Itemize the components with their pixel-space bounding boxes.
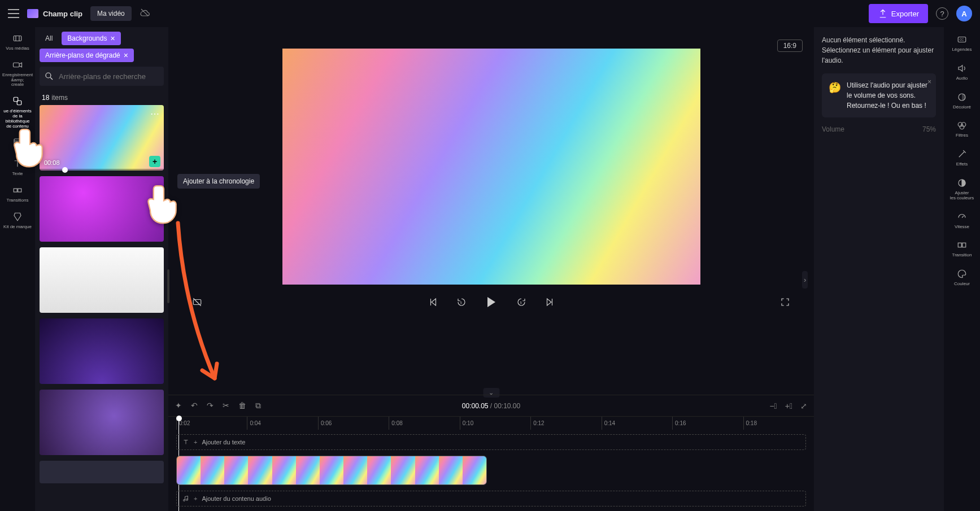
fade-icon xyxy=(956,91,968,103)
hide-preview-icon[interactable] xyxy=(191,296,203,308)
effects-icon xyxy=(956,149,968,160)
ruler-mark: 0:10 xyxy=(460,417,530,430)
preview-scrubber[interactable] xyxy=(62,167,68,173)
media-item-violet[interactable] xyxy=(40,390,164,455)
ruler-mark: 0:02 xyxy=(176,417,247,430)
zoom-out-icon[interactable]: −⃝ xyxy=(769,401,777,410)
rail-color[interactable]: Couleur xyxy=(944,264,979,291)
svg-rect-0 xyxy=(14,36,21,41)
search-input[interactable] xyxy=(59,72,159,81)
video-title-button[interactable]: Ma vidéo xyxy=(90,6,132,21)
chip-all[interactable]: All xyxy=(40,32,58,45)
app-logo[interactable]: Champ clip xyxy=(27,9,82,18)
search-input-wrapper[interactable] xyxy=(40,67,164,86)
preview-canvas[interactable] xyxy=(282,49,700,285)
aspect-ratio-button[interactable]: 16:9 xyxy=(777,40,803,52)
filters-icon xyxy=(956,120,968,131)
rail-speed[interactable]: Vitesse xyxy=(944,207,979,234)
speed-icon xyxy=(956,211,968,222)
ruler-mark: 0:16 xyxy=(672,417,743,430)
svg-rect-6 xyxy=(18,189,21,192)
palette-icon xyxy=(956,268,968,279)
rail-captions[interactable]: CCLégendes xyxy=(944,29,979,57)
speaker-icon xyxy=(956,63,968,74)
chip-gradient-backgrounds[interactable]: Arrière-plans de dégradé × xyxy=(40,49,134,62)
ruler-mark: 0:04 xyxy=(247,417,317,430)
fullscreen-icon[interactable] xyxy=(779,296,791,308)
media-item[interactable] xyxy=(40,461,164,483)
zoom-in-icon[interactable]: +⃝ xyxy=(785,401,792,410)
ruler-mark: 0:18 xyxy=(743,417,814,430)
fit-icon[interactable]: ⤢ xyxy=(800,401,807,410)
more-icon[interactable]: ⋯ xyxy=(150,108,159,119)
media-item-gradient-pastel[interactable]: ⋯ 00:08 + xyxy=(40,105,164,171)
rewind-icon[interactable]: 5 xyxy=(455,296,468,308)
magic-tool-icon[interactable]: ✦ xyxy=(175,401,182,410)
volume-row: Volume 75% xyxy=(822,125,936,133)
cloud-sync-icon[interactable] xyxy=(140,7,150,20)
rail-filters[interactable]: Filtres xyxy=(944,115,979,143)
rail-adjust-colors[interactable]: Ajuster les couleurs xyxy=(944,173,979,206)
close-icon[interactable]: × xyxy=(927,77,931,87)
svg-rect-1 xyxy=(14,63,20,67)
forward-icon[interactable]: 5 xyxy=(515,296,528,308)
help-icon[interactable]: ? xyxy=(936,7,948,20)
add-to-timeline-button[interactable]: + xyxy=(149,156,160,167)
contrast-icon xyxy=(956,177,968,189)
audio-track-dropzone[interactable]: + Ajouter du contenu audio xyxy=(176,491,806,506)
svg-text:5: 5 xyxy=(460,301,461,304)
nav-transitions[interactable]: Transitions xyxy=(1,181,34,207)
delete-icon[interactable]: 🗑 xyxy=(238,401,246,410)
close-icon[interactable]: × xyxy=(110,34,115,43)
export-button[interactable]: Exporter xyxy=(869,4,928,23)
play-button[interactable] xyxy=(484,296,499,308)
app-header: Champ clip Ma vidéo Exporter ? A xyxy=(0,0,980,27)
ruler-mark: 0:08 xyxy=(389,417,459,430)
library-icon xyxy=(12,95,23,107)
nav-your-media[interactable]: Vos médias xyxy=(1,29,34,55)
svg-point-7 xyxy=(46,73,51,78)
transition-icon xyxy=(956,239,968,251)
cc-icon: CC xyxy=(956,34,968,45)
ruler-mark: 0:14 xyxy=(602,417,672,430)
svg-text:5: 5 xyxy=(520,301,521,304)
brand-kit-icon xyxy=(12,211,23,222)
skip-end-icon[interactable] xyxy=(543,296,556,308)
app-name: Champ clip xyxy=(43,10,82,18)
rail-fade[interactable]: Décoloré xyxy=(944,87,979,115)
duplicate-icon[interactable]: ⧉ xyxy=(255,401,261,410)
skip-start-icon[interactable] xyxy=(427,296,439,308)
ruler-mark: 0:12 xyxy=(530,417,601,430)
annotation-hand-pointer xyxy=(144,181,184,228)
rail-audio[interactable]: Audio xyxy=(944,58,979,86)
svg-text:CC: CC xyxy=(960,38,964,41)
expand-handle-icon[interactable]: › xyxy=(802,271,808,289)
chip-backgrounds[interactable]: Backgrounds × xyxy=(62,32,120,45)
rail-effects[interactable]: Effets xyxy=(944,144,979,172)
user-avatar[interactable]: A xyxy=(956,6,972,21)
playhead[interactable] xyxy=(176,416,182,421)
media-icon xyxy=(12,33,23,44)
media-item-white[interactable] xyxy=(40,247,164,313)
text-track-dropzone[interactable]: + Ajouter du texte xyxy=(176,434,806,450)
timeline-ruler[interactable]: 0:020:040:060:080:100:120:140:160:18 xyxy=(168,416,814,430)
svg-rect-19 xyxy=(962,243,966,248)
timeline-timecode: 00:00.05 / 00:10.00 xyxy=(462,402,520,410)
rail-transition[interactable]: Transition xyxy=(944,235,979,263)
media-item-indigo[interactable] xyxy=(40,318,164,384)
export-label: Exporter xyxy=(891,10,919,18)
menu-icon[interactable] xyxy=(8,8,19,19)
cut-icon[interactable]: ✂ xyxy=(223,401,229,410)
nav-record-create[interactable]: Enregistrement &amp; create xyxy=(1,56,34,91)
preview-zone: 16:9 5 5 xyxy=(168,27,814,395)
nav-brand-kit[interactable]: Kit de marque xyxy=(1,208,34,233)
redo-icon[interactable]: ↷ xyxy=(207,401,214,410)
search-icon xyxy=(44,71,54,81)
timeline-clip[interactable] xyxy=(176,456,487,485)
media-panel: All Backgrounds × Arrière-plans de dégra… xyxy=(35,27,168,511)
right-tool-rail: CCLégendes Audio Décoloré Filtres Effets… xyxy=(944,27,980,511)
tip-text: Utilisez l'audio pour ajuster le volume … xyxy=(847,80,929,111)
properties-panel: Aucun élément sélectionné. Sélectionnez … xyxy=(814,27,944,511)
undo-icon[interactable]: ↶ xyxy=(191,401,198,410)
close-icon[interactable]: × xyxy=(124,51,128,60)
